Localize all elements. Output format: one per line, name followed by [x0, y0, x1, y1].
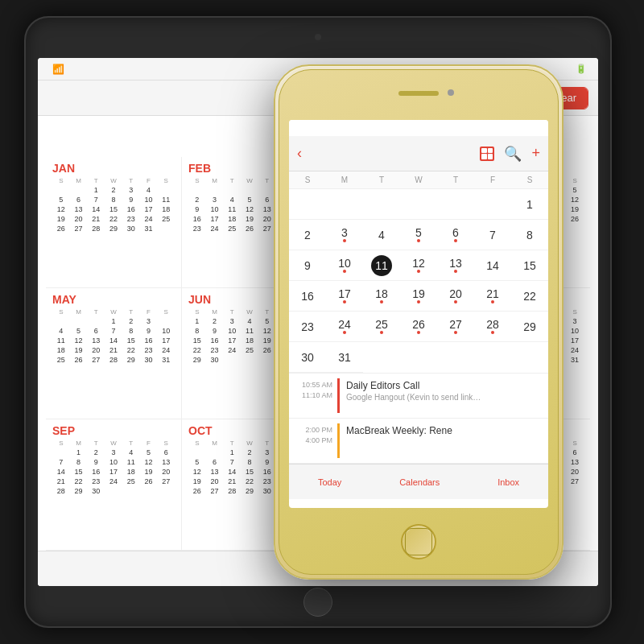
- calendar-day[interactable]: 8: [105, 195, 122, 204]
- calendar-day[interactable]: 6: [157, 448, 175, 457]
- iphone-day-cell[interactable]: 29: [511, 312, 548, 342]
- calendar-day[interactable]: 25: [122, 477, 140, 486]
- ipad-home-button[interactable]: [303, 588, 332, 617]
- calendar-day[interactable]: 1: [87, 185, 105, 195]
- calendar-day[interactable]: 11: [223, 204, 241, 214]
- calendar-day[interactable]: 9: [87, 457, 105, 467]
- calendar-day[interactable]: 14: [87, 204, 105, 214]
- calendar-day[interactable]: 21: [105, 345, 122, 355]
- calendar-day[interactable]: 19: [241, 214, 258, 224]
- iphone-tab-inbox[interactable]: Inbox: [497, 477, 519, 487]
- calendar-day[interactable]: 6: [70, 195, 88, 204]
- calendar-day[interactable]: 25: [223, 224, 241, 233]
- calendar-day[interactable]: 4: [52, 326, 70, 336]
- calendar-day[interactable]: 25: [241, 345, 258, 355]
- calendar-day[interactable]: 11: [157, 195, 175, 204]
- calendar-day[interactable]: 24: [566, 345, 584, 355]
- calendar-day[interactable]: 20: [566, 467, 584, 477]
- calendar-day[interactable]: 17: [566, 336, 584, 345]
- calendar-day[interactable]: 30: [206, 355, 224, 365]
- iphone-day-cell[interactable]: 9: [289, 250, 326, 281]
- calendar-day[interactable]: 31: [566, 355, 584, 365]
- calendar-day[interactable]: 22: [241, 477, 258, 486]
- iphone-day-cell[interactable]: 21: [474, 281, 511, 312]
- calendar-day[interactable]: 23: [87, 477, 105, 486]
- calendar-day[interactable]: 4: [223, 195, 241, 204]
- calendar-day[interactable]: 30: [140, 355, 158, 365]
- calendar-day[interactable]: 28: [52, 486, 70, 496]
- iphone-day-cell[interactable]: 11: [363, 250, 400, 281]
- calendar-day[interactable]: 9: [206, 326, 224, 336]
- calendar-day[interactable]: 17: [105, 467, 122, 477]
- calendar-day[interactable]: 14: [223, 467, 241, 477]
- iphone-search-button[interactable]: 🔍: [504, 145, 522, 163]
- calendar-day[interactable]: 18: [223, 214, 241, 224]
- calendar-day[interactable]: 10: [105, 457, 122, 467]
- calendar-day[interactable]: 26: [566, 214, 584, 224]
- calendar-day[interactable]: 27: [157, 477, 175, 486]
- calendar-day[interactable]: 26: [188, 486, 206, 496]
- iphone-tab-today[interactable]: Today: [318, 477, 341, 487]
- calendar-day[interactable]: 15: [122, 336, 140, 345]
- calendar-day[interactable]: 3: [566, 316, 584, 326]
- calendar-day[interactable]: 29: [122, 355, 140, 365]
- calendar-day[interactable]: 2: [206, 316, 224, 326]
- calendar-day[interactable]: 24: [157, 345, 175, 355]
- iphone-day-cell[interactable]: 13: [437, 250, 474, 281]
- iphone-add-button[interactable]: +: [531, 145, 540, 162]
- calendar-day[interactable]: 13: [566, 457, 584, 467]
- calendar-day[interactable]: 1: [70, 448, 88, 457]
- iphone-day-cell[interactable]: 16: [289, 281, 326, 312]
- iphone-day-cell[interactable]: 1: [511, 189, 548, 220]
- calendar-day[interactable]: 5: [241, 195, 258, 204]
- iphone-day-cell[interactable]: 6: [437, 220, 474, 250]
- calendar-day[interactable]: 17: [223, 336, 241, 345]
- calendar-day[interactable]: 3: [122, 185, 140, 195]
- event-row[interactable]: 10:55 AM11:10 AMDaily Editors CallGoogle…: [289, 374, 548, 419]
- calendar-day[interactable]: 13: [206, 467, 224, 477]
- calendar-day[interactable]: 7: [105, 326, 122, 336]
- calendar-day[interactable]: 19: [188, 477, 206, 486]
- calendar-day[interactable]: 16: [206, 336, 224, 345]
- iphone-tab-calendars[interactable]: Calendars: [399, 477, 440, 487]
- iphone-day-cell[interactable]: 2: [289, 220, 326, 250]
- iphone-day-cell[interactable]: 17: [326, 281, 363, 312]
- calendar-day[interactable]: 23: [140, 345, 158, 355]
- calendar-day[interactable]: 4: [122, 448, 140, 457]
- calendar-day[interactable]: 1: [105, 316, 122, 326]
- calendar-day[interactable]: 8: [122, 326, 140, 336]
- calendar-day[interactable]: 20: [157, 467, 175, 477]
- iphone-back-button[interactable]: ‹: [297, 145, 302, 162]
- calendar-day[interactable]: 30: [122, 224, 140, 233]
- iphone-day-cell[interactable]: 23: [289, 312, 326, 342]
- calendar-day[interactable]: 26: [140, 477, 158, 486]
- calendar-day[interactable]: 25: [157, 214, 175, 224]
- calendar-day[interactable]: 29: [105, 224, 122, 233]
- iphone-day-cell[interactable]: 14: [474, 250, 511, 281]
- iphone-day-cell[interactable]: 15: [511, 250, 548, 281]
- calendar-day[interactable]: 3: [140, 316, 158, 326]
- calendar-day[interactable]: 17: [206, 214, 224, 224]
- calendar-day[interactable]: 14: [105, 336, 122, 345]
- calendar-day[interactable]: 9: [122, 195, 140, 204]
- calendar-day[interactable]: 27: [70, 224, 88, 233]
- iphone-day-cell[interactable]: 30: [289, 342, 326, 373]
- calendar-day[interactable]: 30: [87, 486, 105, 496]
- calendar-day[interactable]: 23: [206, 345, 224, 355]
- calendar-day[interactable]: 31: [140, 224, 158, 233]
- iphone-day-cell[interactable]: 27: [437, 312, 474, 342]
- calendar-day[interactable]: 22: [188, 345, 206, 355]
- calendar-day[interactable]: 10: [206, 204, 224, 214]
- calendar-day[interactable]: 12: [70, 336, 88, 345]
- calendar-day[interactable]: 28: [87, 224, 105, 233]
- calendar-day[interactable]: 26: [241, 224, 258, 233]
- calendar-day[interactable]: 10: [140, 195, 158, 204]
- calendar-day[interactable]: 24: [105, 477, 122, 486]
- calendar-day[interactable]: 12: [188, 467, 206, 477]
- calendar-day[interactable]: 23: [122, 214, 140, 224]
- calendar-day[interactable]: 2: [87, 448, 105, 457]
- calendar-day[interactable]: 15: [241, 467, 258, 477]
- calendar-day[interactable]: 16: [122, 204, 140, 214]
- calendar-day[interactable]: 2: [122, 316, 140, 326]
- calendar-day[interactable]: 3: [105, 448, 122, 457]
